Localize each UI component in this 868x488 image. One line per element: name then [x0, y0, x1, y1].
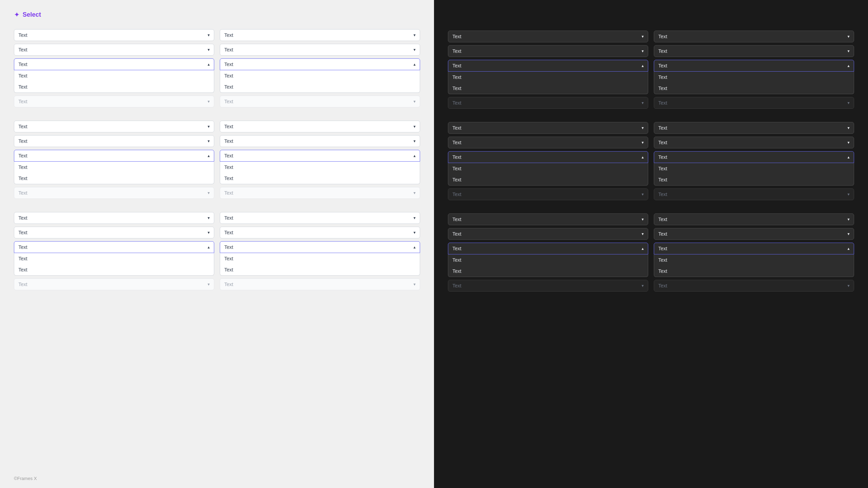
chevron-down-icon: ▾	[642, 231, 644, 236]
select-label: Text	[658, 231, 667, 237]
dropdown-item[interactable]: Text	[448, 174, 648, 185]
select-wrapper: Text ▾	[448, 31, 648, 42]
chevron-down-icon: ▾	[847, 217, 850, 222]
dropdown-item[interactable]: Text	[448, 163, 648, 174]
select-default[interactable]: Text ▾	[220, 135, 420, 147]
select-open[interactable]: Text ▴	[654, 60, 854, 72]
dropdown-item[interactable]: Text	[14, 162, 214, 173]
select-wrapper: Text ▾	[14, 44, 214, 56]
select-label: Text	[658, 100, 667, 106]
chevron-down-icon: ▾	[642, 125, 644, 130]
select-default[interactable]: Text ▾	[448, 137, 648, 148]
select-default[interactable]: Text ▾	[14, 135, 214, 147]
chevron-down-icon: ▾	[847, 125, 850, 130]
light-section-3: Text ▾ Text ▾ Text ▴ Text	[14, 212, 420, 293]
select-label: Text	[224, 215, 233, 221]
chevron-down-icon: ▾	[208, 230, 210, 235]
select-default[interactable]: Text ▾	[14, 212, 214, 224]
select-default[interactable]: Text ▾	[654, 122, 854, 134]
dropdown-item[interactable]: Text	[220, 70, 420, 81]
select-default[interactable]: Text ▾	[448, 228, 648, 240]
dropdown-item[interactable]: Text	[220, 173, 420, 184]
select-default[interactable]: Text ▾	[654, 31, 854, 42]
dropdown-item[interactable]: Text	[14, 253, 214, 264]
select-label: Text	[452, 231, 461, 237]
dropdown-item[interactable]: Text	[220, 81, 420, 92]
dropdown-item[interactable]: Text	[14, 173, 214, 184]
select-default[interactable]: Text ▾	[220, 29, 420, 41]
chevron-down-icon: ▾	[208, 124, 210, 129]
select-default[interactable]: Text ▾	[220, 121, 420, 132]
dropdown-item[interactable]: Text	[448, 266, 648, 277]
select-open[interactable]: Text ▴	[14, 58, 214, 70]
select-open[interactable]: Text ▴	[220, 150, 420, 162]
select-label: Text	[224, 99, 233, 104]
select-wrapper: Text ▾	[220, 187, 420, 199]
select-default[interactable]: Text ▾	[14, 29, 214, 41]
select-default[interactable]: Text ▾	[448, 31, 648, 42]
select-open[interactable]: Text ▴	[14, 241, 214, 253]
dropdown-item[interactable]: Text	[14, 70, 214, 81]
select-default[interactable]: Text ▾	[654, 45, 854, 57]
dropdown-item[interactable]: Text	[448, 254, 648, 266]
select-open[interactable]: Text ▴	[654, 243, 854, 254]
dropdown-item[interactable]: Text	[448, 83, 648, 94]
select-wrapper: Text ▾	[448, 97, 648, 109]
select-wrapper: Text ▾	[654, 122, 854, 134]
select-default[interactable]: Text ▾	[220, 227, 420, 238]
select-wrapper-open: Text ▴ Text Text	[654, 151, 854, 186]
dropdown-menu: Text Text	[654, 163, 854, 186]
select-default[interactable]: Text ▾	[654, 213, 854, 225]
light-grid-3: Text ▾ Text ▾ Text ▴ Text	[14, 212, 420, 293]
dropdown-item[interactable]: Text	[654, 266, 854, 277]
select-label: Text	[18, 138, 27, 144]
select-default[interactable]: Text ▾	[220, 212, 420, 224]
chevron-up-icon: ▴	[642, 63, 644, 68]
select-open[interactable]: Text ▴	[448, 151, 648, 163]
select-default[interactable]: Text ▾	[14, 227, 214, 238]
chevron-down-icon: ▾	[642, 217, 644, 222]
select-open[interactable]: Text ▴	[220, 58, 420, 70]
select-default[interactable]: Text ▾	[654, 228, 854, 240]
select-wrapper-open: Text ▴ Text Text	[654, 60, 854, 94]
select-label: Text	[452, 48, 461, 54]
chevron-down-icon: ▾	[642, 283, 644, 288]
select-default[interactable]: Text ▾	[448, 122, 648, 134]
select-default[interactable]: Text ▾	[448, 213, 648, 225]
dropdown-item[interactable]: Text	[654, 163, 854, 174]
select-wrapper: Text ▾	[654, 188, 854, 200]
chevron-down-icon: ▾	[208, 47, 210, 52]
select-disabled: Text ▾	[654, 280, 854, 292]
select-wrapper: Text ▾	[448, 280, 648, 292]
dropdown-item[interactable]: Text	[14, 81, 214, 92]
dropdown-item[interactable]: Text	[654, 174, 854, 185]
select-open[interactable]: Text ▴	[448, 60, 648, 72]
select-wrapper-open: Text ▴ Text Text	[14, 150, 214, 184]
dropdown-item[interactable]: Text	[654, 83, 854, 94]
chevron-down-icon: ▾	[413, 33, 416, 38]
dropdown-item[interactable]: Text	[448, 72, 648, 83]
select-default[interactable]: Text ▾	[220, 44, 420, 56]
chevron-down-icon: ▾	[413, 230, 416, 235]
select-open[interactable]: Text ▴	[220, 241, 420, 253]
select-default[interactable]: Text ▾	[14, 121, 214, 132]
select-default[interactable]: Text ▾	[14, 44, 214, 56]
dark-grid-1: Text ▾ Text ▾ Text ▴ Text	[448, 31, 854, 112]
dropdown-item[interactable]: Text	[654, 254, 854, 266]
select-label: Text	[658, 63, 667, 68]
select-default[interactable]: Text ▾	[654, 137, 854, 148]
select-wrapper: Text ▾	[448, 137, 648, 148]
select-label: Text	[224, 230, 233, 235]
select-wrapper: Text ▾	[448, 188, 648, 200]
select-open[interactable]: Text ▴	[448, 243, 648, 254]
select-wrapper: Text ▾	[220, 44, 420, 56]
select-open[interactable]: Text ▴	[14, 150, 214, 162]
dropdown-item[interactable]: Text	[654, 72, 854, 83]
dropdown-item[interactable]: Text	[14, 264, 214, 275]
light-grid-1: Text ▾ Text ▾ Text ▴ Text	[14, 29, 420, 110]
select-default[interactable]: Text ▾	[448, 45, 648, 57]
dropdown-item[interactable]: Text	[220, 162, 420, 173]
dropdown-item[interactable]: Text	[220, 264, 420, 275]
select-open[interactable]: Text ▴	[654, 151, 854, 163]
dropdown-item[interactable]: Text	[220, 253, 420, 264]
